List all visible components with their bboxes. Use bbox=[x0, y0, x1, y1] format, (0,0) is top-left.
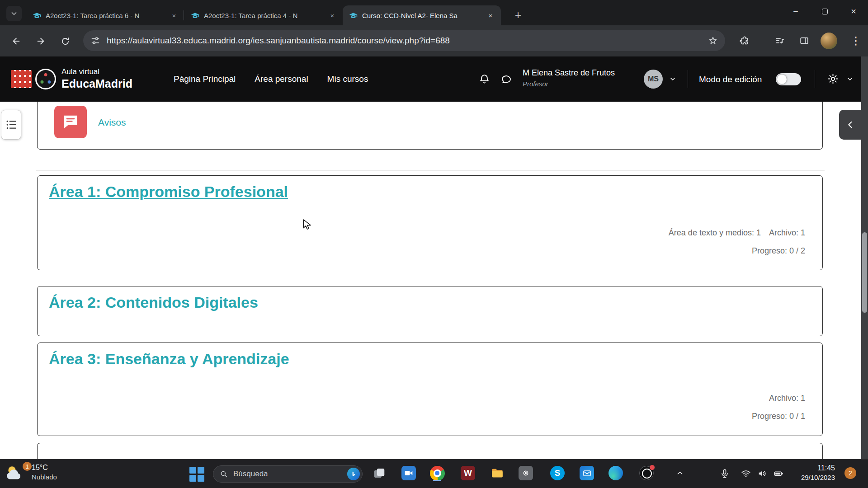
block-drawer-toggle[interactable] bbox=[839, 110, 861, 140]
section-title-link[interactable]: Área 1: Compromiso Profesional bbox=[49, 183, 288, 201]
page-viewport: Aula virtual EducaMadrid Página Principa… bbox=[0, 56, 868, 459]
announcements-link[interactable]: Avisos bbox=[98, 117, 126, 128]
media-controls-icon[interactable] bbox=[771, 32, 788, 49]
user-menu[interactable]: M Elena Sastre de Frutos Profesor bbox=[523, 68, 640, 88]
page-scrollbar[interactable] bbox=[861, 56, 868, 459]
taskbar-search[interactable]: Búsqueda bbox=[213, 465, 363, 483]
section-title-link[interactable]: Área 2: Contenidos Digitales bbox=[49, 294, 258, 311]
notification-count-badge[interactable]: 2 bbox=[844, 467, 856, 479]
chrome-icon[interactable] bbox=[428, 464, 446, 482]
volume-icon[interactable] bbox=[757, 469, 767, 479]
moodle-favicon-icon bbox=[191, 11, 199, 20]
progress-summary: Progreso: 0 / 1 bbox=[752, 412, 805, 421]
screen-capture-icon[interactable] bbox=[517, 464, 535, 482]
moodle-favicon-icon bbox=[349, 11, 358, 20]
forward-button[interactable] bbox=[31, 31, 51, 51]
section-card-area3: Área 3: Enseñanza y Aprendizaje Archivo:… bbox=[37, 343, 823, 436]
list-icon bbox=[5, 119, 17, 131]
tab-title: A2oct23-1: Tarea práctica 4 - N bbox=[204, 12, 323, 19]
microphone-icon[interactable] bbox=[720, 469, 730, 479]
extensions-icon[interactable] bbox=[736, 32, 753, 49]
browser-menu-icon[interactable]: ⋮ bbox=[847, 32, 864, 49]
nav-home-link[interactable]: Página Principal bbox=[174, 74, 236, 84]
section-card-area2: Área 2: Contenidos Digitales bbox=[37, 286, 823, 336]
skype-icon[interactable]: S bbox=[548, 464, 566, 482]
w-app-icon[interactable]: W bbox=[459, 464, 477, 482]
url-text: https://aulavirtual33.educa.madrid.org/i… bbox=[107, 36, 702, 46]
tab-title: Curso: CCD-Nivel A2- Elena Sa bbox=[362, 12, 481, 19]
tab-search-button[interactable] bbox=[6, 6, 22, 21]
summary-text-media: Área de texto y medios: 1 bbox=[669, 228, 761, 238]
battery-icon[interactable] bbox=[773, 469, 784, 479]
address-bar[interactable]: https://aulavirtual33.educa.madrid.org/i… bbox=[83, 30, 725, 51]
back-button[interactable] bbox=[6, 31, 26, 51]
section-title-link[interactable]: Área 3: Enseñanza y Aprendizaje bbox=[49, 350, 289, 368]
header-divider bbox=[688, 70, 688, 88]
messages-icon[interactable] bbox=[501, 74, 512, 85]
browser-toolbar: https://aulavirtual33.educa.madrid.org/i… bbox=[0, 25, 868, 56]
clock-time: 11:45 bbox=[789, 464, 835, 472]
window-close-button[interactable]: × bbox=[839, 0, 868, 23]
tray-overflow-chevron-icon[interactable] bbox=[671, 464, 689, 482]
madrid-flag-logo-icon bbox=[11, 70, 32, 88]
tab-close-icon[interactable]: × bbox=[169, 10, 179, 20]
nav-dashboard-link[interactable]: Área personal bbox=[255, 74, 308, 84]
browser-tab-2[interactable]: A2oct23-1: Tarea práctica 4 - N × bbox=[184, 5, 343, 25]
weather-badge: 1 bbox=[23, 462, 32, 471]
settings-chevron-icon[interactable] bbox=[846, 75, 854, 83]
edit-mode-toggle[interactable] bbox=[776, 73, 801, 85]
section-card-area1: Área 1: Compromiso Profesional Área de t… bbox=[37, 175, 823, 270]
windows-taskbar: 1 15°C Nublado Búsqueda bbox=[0, 459, 868, 488]
browser-profile-avatar[interactable] bbox=[821, 33, 837, 49]
new-tab-button[interactable]: + bbox=[511, 8, 525, 23]
tab-separator bbox=[184, 10, 184, 20]
mouse-cursor bbox=[302, 219, 313, 230]
user-menu-chevron-icon[interactable] bbox=[669, 75, 676, 83]
taskbar-clock[interactable]: 11:45 29/10/2023 bbox=[789, 464, 835, 481]
chevron-left-icon bbox=[845, 120, 855, 130]
wifi-icon[interactable] bbox=[741, 469, 751, 479]
nav-courses-link[interactable]: Mis cursos bbox=[327, 74, 368, 84]
scrollbar-thumb[interactable] bbox=[862, 232, 867, 313]
window-minimize-button[interactable]: – bbox=[781, 0, 810, 23]
tab-close-icon[interactable]: × bbox=[486, 10, 495, 20]
browser-tab-active[interactable]: Curso: CCD-Nivel A2- Elena Sa × bbox=[343, 5, 501, 25]
forum-icon[interactable] bbox=[54, 106, 87, 138]
window-maximize-button[interactable] bbox=[810, 0, 839, 23]
user-role: Profesor bbox=[523, 80, 640, 88]
weather-temp: 15°C bbox=[32, 464, 57, 472]
file-explorer-icon[interactable] bbox=[488, 464, 506, 482]
mail-app-icon[interactable] bbox=[578, 464, 596, 482]
section-divider bbox=[36, 170, 825, 170]
course-index-toggle[interactable] bbox=[1, 110, 21, 140]
start-button[interactable] bbox=[189, 466, 205, 482]
browser-tab-1[interactable]: A2oct23-1: Tarea práctica 6 - N × bbox=[26, 5, 184, 25]
camera-app-icon[interactable] bbox=[400, 464, 418, 482]
settings-gear-icon[interactable] bbox=[827, 73, 839, 84]
task-view-icon[interactable] bbox=[370, 464, 388, 482]
obs-icon[interactable] bbox=[637, 464, 656, 482]
windows-logo-icon bbox=[189, 475, 196, 482]
windows-logo-icon bbox=[198, 475, 204, 482]
bing-icon bbox=[347, 468, 360, 480]
progress-summary: Progreso: 0 / 2 bbox=[752, 246, 805, 256]
user-avatar[interactable]: MS bbox=[644, 70, 663, 89]
screen: A2oct23-1: Tarea práctica 6 - N × A2oct2… bbox=[0, 0, 868, 488]
general-section-card: Avisos bbox=[37, 102, 823, 150]
notifications-bell-icon[interactable] bbox=[479, 73, 490, 84]
site-info-icon[interactable] bbox=[90, 36, 100, 46]
user-name: M Elena Sastre de Frutos bbox=[523, 68, 640, 78]
header-divider bbox=[815, 70, 815, 88]
bookmark-star-icon[interactable] bbox=[708, 36, 718, 46]
tab-close-icon[interactable]: × bbox=[327, 10, 337, 20]
active-app-indicator bbox=[433, 480, 441, 481]
site-nav: Página Principal Área personal Mis curso… bbox=[174, 56, 368, 102]
reload-button[interactable] bbox=[55, 31, 75, 51]
section-card-partial bbox=[37, 443, 823, 459]
summary-file: Archivo: 1 bbox=[769, 228, 805, 238]
side-panel-icon[interactable] bbox=[796, 32, 813, 49]
edge-icon[interactable] bbox=[607, 464, 625, 482]
edit-mode-label: Modo de edición bbox=[699, 75, 762, 84]
brand-link[interactable]: Aula virtual EducaMadrid bbox=[61, 67, 132, 90]
weather-widget[interactable]: 1 15°C Nublado bbox=[5, 464, 57, 482]
